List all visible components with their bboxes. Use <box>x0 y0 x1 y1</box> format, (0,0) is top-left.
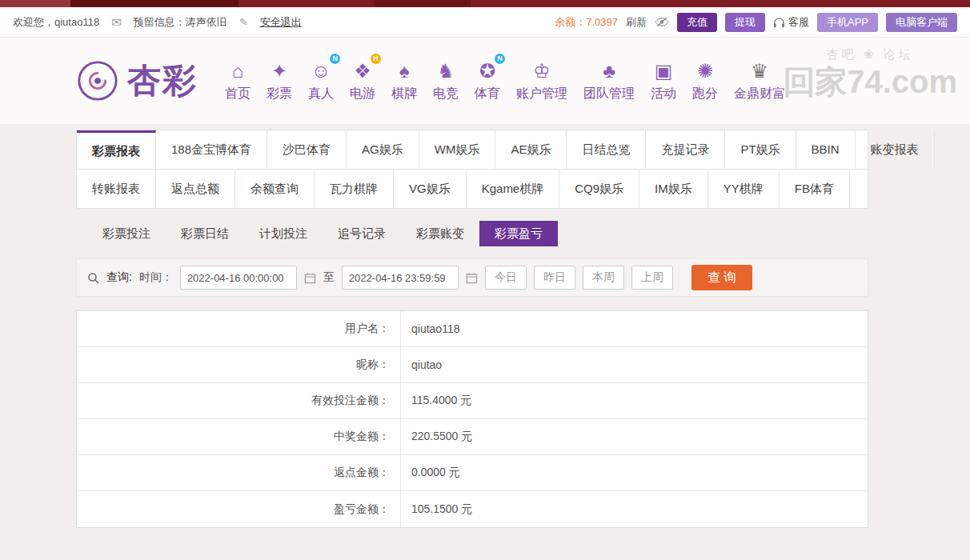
row-label: 盈亏金额： <box>77 491 401 527</box>
profit-loss-table: 用户名： qiutao118 昵称： qiutao 有效投注金额： 115.40… <box>76 310 868 528</box>
lottery-subtabs: 彩票投注 彩票日结 计划投注 追号记录 彩票账变 彩票盈亏 <box>76 221 868 246</box>
reserved-info-text: 预留信息：涛声依旧 <box>134 15 227 30</box>
tab-row1-6[interactable]: 日结总览 <box>567 130 646 169</box>
topbar-left: 欢迎您，qiutao118 ✉ 预留信息：涛声依旧 ✎ 安全退出 <box>13 15 302 30</box>
subtab-3[interactable]: 追号记录 <box>323 221 401 246</box>
account-icon: ♔ <box>533 59 551 83</box>
search-bar: 查询: 时间： 至 今日 昨日 本周 上周 查 询 <box>76 258 868 297</box>
yesterday-button[interactable]: 昨日 <box>534 266 575 290</box>
content-container: 彩票报表 188金宝博体育 沙巴体育 AG娱乐 WM娱乐 AE娱乐 日结总览 充… <box>76 130 868 528</box>
row-value: 220.5500 元 <box>401 419 868 454</box>
activity-icon: ▣ <box>655 59 673 83</box>
wealth-icon: ♛ <box>751 59 768 83</box>
row-label: 昵称： <box>77 347 401 382</box>
nav-item-lottery[interactable]: ✦ 彩票 <box>259 59 300 102</box>
main-header: 杏彩 ⌂ 首页 ✦ 彩票 ☺ N 真人 ❖ H 电游 ♠ 棋牌 <box>0 38 970 124</box>
table-row: 中奖金额： 220.5500 元 <box>77 419 868 455</box>
row-value: 105.1500 元 <box>401 491 868 527</box>
calendar-icon[interactable] <box>466 272 478 284</box>
this-week-button[interactable]: 本周 <box>583 266 624 290</box>
calendar-icon[interactable] <box>304 272 316 284</box>
browser-chrome-strip <box>0 0 970 7</box>
nav-item-boardgames[interactable]: ♠ 棋牌 <box>383 59 425 102</box>
row-value: qiutao <box>401 347 868 382</box>
nav-item-paofen[interactable]: ✺ 跑分 <box>684 59 726 102</box>
tab-row1-4[interactable]: WM娱乐 <box>419 130 496 169</box>
tab-row2-7[interactable]: IM娱乐 <box>639 170 708 208</box>
deposit-button[interactable]: 充值 <box>677 13 717 32</box>
table-row: 昵称： qiutao <box>77 347 868 383</box>
live-icon: ☺ N <box>311 59 331 83</box>
hide-balance-eye-icon[interactable] <box>655 17 669 27</box>
tab-row1-5[interactable]: AE娱乐 <box>495 130 567 169</box>
tab-row1-7[interactable]: 充提记录 <box>646 130 725 169</box>
home-icon: ⌂ <box>232 59 244 83</box>
tab-row2-1[interactable]: 返点总额 <box>156 170 235 208</box>
date-from-input[interactable] <box>180 266 297 290</box>
badge-h: H <box>371 54 381 64</box>
nav-item-team[interactable]: ♣ 团队管理 <box>575 59 643 102</box>
subtab-1[interactable]: 彩票日结 <box>166 221 244 246</box>
last-week-button[interactable]: 上周 <box>631 266 673 290</box>
site-logo[interactable]: 杏彩 <box>76 58 198 103</box>
topbar-right: 余额：7.0397 刷新 充值 提现 客服 手机APP 电脑客户端 <box>555 13 957 32</box>
egame-icon: ❖ H <box>354 59 371 83</box>
balance-label: 余额： <box>555 16 586 28</box>
search-icon <box>87 272 99 284</box>
customer-service[interactable]: 客服 <box>773 15 809 30</box>
subtab-4[interactable]: 彩票账变 <box>401 221 479 246</box>
nav-item-jinding-wealth[interactable]: ♛ 金鼎财富 <box>726 59 793 102</box>
row-value: 115.4000 元 <box>401 383 868 418</box>
nav-item-home[interactable]: ⌂ 首页 <box>217 59 259 102</box>
nav-item-account[interactable]: ♔ 账户管理 <box>508 59 575 102</box>
report-tabs-row2: 转账报表 返点总额 余额查询 瓦力棋牌 VG娱乐 Kgame棋牌 CQ9娱乐 I… <box>76 170 868 209</box>
tab-row2-6[interactable]: CQ9娱乐 <box>559 170 639 208</box>
browser-tab-segment <box>375 0 471 7</box>
tab-row2-2[interactable]: 余额查询 <box>235 170 315 208</box>
tab-row1-8[interactable]: PT娱乐 <box>725 130 796 169</box>
edit-icon[interactable]: ✎ <box>239 17 248 27</box>
tab-row2-9[interactable]: FB体育 <box>780 170 850 208</box>
welcome-text: 欢迎您，qiutao118 <box>13 15 99 30</box>
tab-row1-1[interactable]: 188金宝博体育 <box>156 130 267 169</box>
subtab-2[interactable]: 计划投注 <box>244 221 323 246</box>
nav-item-esports[interactable]: ♞ 电竞 <box>425 59 467 102</box>
tab-row2-8[interactable]: YY棋牌 <box>708 170 780 208</box>
tab-row1-3[interactable]: AG娱乐 <box>347 130 419 169</box>
withdraw-button[interactable]: 提现 <box>725 13 765 32</box>
tab-row1-9[interactable]: BBIN <box>796 130 856 169</box>
pc-client-button[interactable]: 电脑客户端 <box>886 13 957 32</box>
nav-item-activity[interactable]: ▣ 活动 <box>643 59 684 102</box>
today-button[interactable]: 今日 <box>485 266 527 290</box>
nav-item-live[interactable]: ☺ N 真人 <box>300 59 342 102</box>
tab-row2-3[interactable]: 瓦力棋牌 <box>315 170 394 208</box>
tab-row1-0[interactable]: 彩票报表 <box>77 130 156 169</box>
time-label: 时间： <box>139 270 173 285</box>
report-tabs-row1: 彩票报表 188金宝博体育 沙巴体育 AG娱乐 WM娱乐 AE娱乐 日结总览 充… <box>76 130 868 170</box>
row-label: 有效投注金额： <box>77 383 401 418</box>
tab-row2-5[interactable]: Kgame棋牌 <box>467 170 560 208</box>
tab-row1-2[interactable]: 沙巴体育 <box>267 130 347 169</box>
tab-row2-0[interactable]: 转账报表 <box>77 170 156 208</box>
lottery-icon: ✦ <box>271 59 287 83</box>
headset-icon <box>773 17 785 28</box>
paofen-icon: ✺ <box>697 59 713 83</box>
mobile-app-button[interactable]: 手机APP <box>817 13 878 32</box>
nav-item-sports[interactable]: ✪ N 体育 <box>467 59 508 102</box>
tab-row1-10[interactable]: 账变报表 <box>856 130 935 169</box>
subtab-0[interactable]: 彩票投注 <box>87 221 166 246</box>
table-row: 盈亏金额： 105.1500 元 <box>77 491 868 527</box>
topbar: 欢迎您，qiutao118 ✉ 预留信息：涛声依旧 ✎ 安全退出 余额：7.03… <box>0 7 970 38</box>
subtab-5[interactable]: 彩票盈亏 <box>479 221 558 246</box>
chess-icon: ♠ <box>399 59 410 83</box>
tab-row2-4[interactable]: VG娱乐 <box>394 170 467 208</box>
nav-item-egames[interactable]: ❖ H 电游 <box>342 59 383 102</box>
date-to-input[interactable] <box>342 266 459 290</box>
search-button[interactable]: 查 询 <box>691 265 752 290</box>
watermark-site-text: 回家74.com <box>783 62 957 101</box>
mail-icon[interactable]: ✉ <box>111 16 122 28</box>
esports-icon: ♞ <box>437 59 455 83</box>
logout-link[interactable]: 安全退出 <box>260 15 302 30</box>
refresh-link[interactable]: 刷新 <box>626 15 647 30</box>
logo-text: 杏彩 <box>127 58 198 103</box>
